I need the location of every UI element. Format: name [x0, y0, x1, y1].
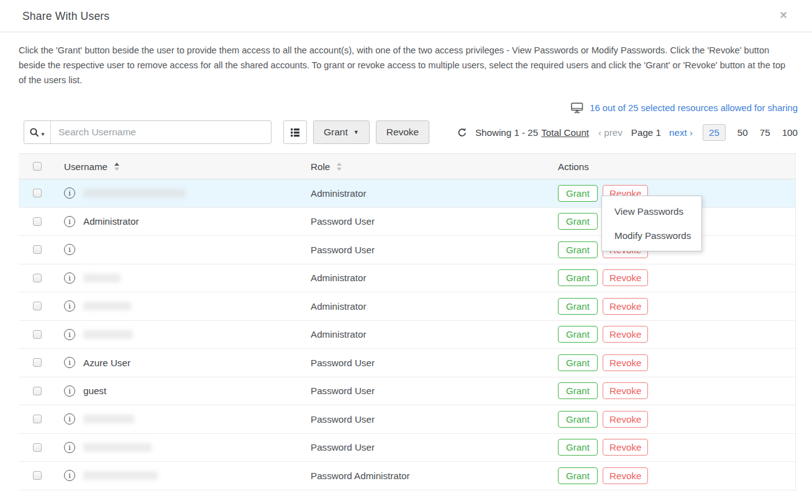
bulk-revoke-button[interactable]: Revoke [376, 120, 430, 144]
role-column-header[interactable]: Role [311, 161, 558, 172]
close-icon[interactable]: × [780, 9, 787, 21]
row-checkbox[interactable] [33, 245, 42, 254]
table-row[interactable]: i Password Administrator Grant Revoke [19, 462, 795, 490]
info-icon[interactable]: i [64, 470, 75, 481]
info-icon[interactable]: i [64, 244, 75, 255]
page-size-option-25[interactable]: 25 [703, 124, 726, 141]
prev-label: prev [604, 127, 623, 138]
monitor-icon [571, 102, 584, 114]
row-info-cell: i [64, 300, 83, 312]
info-icon[interactable]: i [64, 216, 75, 227]
list-icon [290, 128, 300, 137]
row-checkbox[interactable] [33, 189, 42, 197]
role-cell: Password Administrator [311, 470, 558, 481]
search-input[interactable] [51, 121, 271, 143]
grant-button[interactable]: Grant [558, 411, 598, 428]
next-page-button[interactable]: next › [669, 127, 693, 138]
role-cell: Administrator [311, 188, 558, 199]
row-info-cell: i [64, 385, 83, 397]
row-checkbox-cell [19, 330, 64, 339]
table-row[interactable]: i Administrator Grant Revoke [19, 292, 795, 321]
revoke-button[interactable]: Revoke [603, 269, 649, 286]
sharing-info-link[interactable]: 16 out of 25 selected resources allowed … [590, 103, 798, 113]
redacted-username [83, 274, 121, 282]
grant-button[interactable]: Grant [558, 354, 598, 371]
row-checkbox-cell [19, 217, 64, 226]
table-row[interactable]: i Password User Grant Revoke [19, 434, 795, 462]
select-all-checkbox[interactable] [33, 162, 42, 171]
grant-button[interactable]: Grant [558, 467, 598, 484]
row-checkbox[interactable] [33, 387, 42, 395]
info-icon[interactable]: i [64, 300, 75, 312]
info-icon[interactable]: i [64, 187, 75, 199]
info-icon[interactable]: i [64, 329, 75, 340]
search-icon [29, 127, 40, 138]
row-checkbox[interactable] [33, 443, 42, 452]
row-info-cell: i [64, 187, 83, 199]
dialog-title: Share With Users [22, 10, 109, 23]
chevron-down-icon: ▼ [40, 132, 45, 137]
info-icon[interactable]: i [64, 385, 75, 397]
table-row[interactable]: i guest Password User Grant Revoke [19, 377, 795, 406]
page-size-option-75[interactable]: 75 [760, 127, 770, 138]
table-header-row: Username Role Actions [19, 153, 795, 179]
row-checkbox[interactable] [33, 274, 42, 282]
info-icon[interactable]: i [64, 442, 75, 453]
page-size-option-100[interactable]: 100 [782, 127, 798, 138]
row-checkbox-cell [19, 245, 64, 254]
username-column-header[interactable]: Username [64, 161, 311, 172]
grant-button[interactable]: Grant [558, 298, 598, 315]
revoke-button[interactable]: Revoke [603, 439, 649, 456]
bulk-grant-button[interactable]: Grant ▼ [313, 120, 370, 144]
total-count-link[interactable]: Total Count [541, 127, 589, 138]
revoke-button[interactable]: Revoke [603, 411, 649, 428]
info-icon[interactable]: i [64, 272, 75, 284]
table-row[interactable]: i Administrator Grant Revoke [19, 321, 795, 349]
grant-button[interactable]: Grant [558, 241, 598, 258]
revoke-button[interactable]: Revoke [603, 326, 649, 343]
username-cell [83, 471, 311, 480]
row-checkbox[interactable] [33, 415, 42, 423]
row-checkbox[interactable] [33, 330, 42, 339]
grant-button[interactable]: Grant [558, 269, 598, 286]
role-cell: Password User [311, 358, 558, 368]
row-actions-cell: Grant Revoke [558, 354, 795, 371]
row-info-cell: i [64, 329, 83, 340]
grant-button[interactable]: Grant [558, 213, 598, 230]
next-label: next [669, 127, 687, 138]
table-row[interactable]: i Administrator Grant Revoke [19, 264, 795, 293]
table-row[interactable]: i Password User Grant Revoke [19, 405, 795, 434]
info-icon[interactable]: i [64, 413, 75, 425]
username-cell: Administrator [83, 216, 311, 227]
prev-page-button[interactable]: ‹ prev [598, 127, 623, 138]
menu-item-view-passwords[interactable]: View Passwords [602, 199, 701, 223]
share-with-users-dialog: { "dialog": { "title": "Share With Users… [0, 0, 812, 504]
row-checkbox-cell [19, 189, 64, 197]
revoke-button[interactable]: Revoke [603, 382, 649, 399]
grant-button[interactable]: Grant [558, 326, 598, 343]
actions-header-label: Actions [558, 161, 589, 172]
sort-icon[interactable] [337, 163, 342, 171]
grant-button[interactable]: Grant [558, 439, 598, 456]
menu-item-modify-passwords[interactable]: Modify Passwords [602, 223, 701, 248]
row-checkbox[interactable] [33, 471, 42, 480]
row-checkbox[interactable] [33, 358, 42, 367]
sort-icon[interactable] [114, 163, 119, 171]
table-row[interactable]: i Azure User Password User Grant Revoke [19, 349, 795, 377]
row-checkbox-cell [19, 358, 64, 367]
page-size-option-50[interactable]: 50 [737, 127, 748, 138]
column-chooser-button[interactable] [283, 120, 307, 144]
info-icon[interactable]: i [64, 357, 75, 368]
row-actions-cell: Grant Revoke [558, 467, 795, 484]
refresh-icon[interactable] [457, 127, 467, 138]
row-actions-cell: Grant Revoke [558, 298, 795, 315]
grant-button[interactable]: Grant [558, 382, 598, 399]
username-cell [83, 415, 311, 423]
revoke-button[interactable]: Revoke [603, 298, 649, 315]
grant-button[interactable]: Grant [558, 185, 598, 202]
revoke-button[interactable]: Revoke [603, 467, 649, 484]
row-checkbox[interactable] [33, 217, 42, 226]
search-filter-dropdown[interactable]: ▼ [24, 121, 51, 143]
revoke-button[interactable]: Revoke [603, 354, 649, 371]
row-checkbox[interactable] [33, 302, 42, 310]
